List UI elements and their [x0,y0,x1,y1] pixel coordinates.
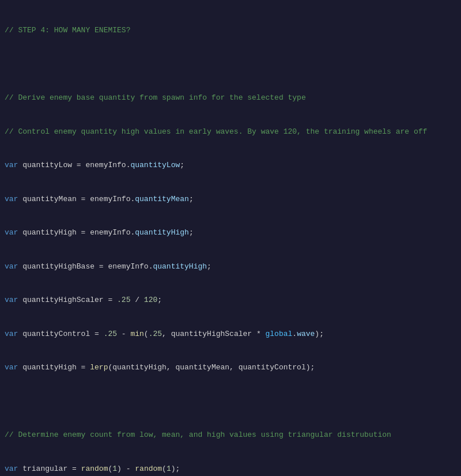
line-6: var quantityMean = enemyInfo.quantityMea… [0,194,461,205]
line-7: var quantityHigh = enemyInfo.quantityHig… [0,227,461,239]
line-13: // Determine enemy count from low, mean,… [0,429,461,441]
line-3: // Derive enemy base quantity from spawn… [0,92,461,104]
line-4: // Control enemy quantity high values in… [0,126,461,138]
line-14: var triangular = random(1) - random(1); [0,463,461,475]
line-5: var quantityLow = enemyInfo.quantityLow; [0,160,461,171]
code-editor: // STEP 4: HOW MANY ENEMIES? // Derive e… [0,0,461,476]
line-10: var quantityControl = .25 - min(.25, qua… [0,328,461,340]
line-11: var quantityHigh = lerp(quantityHigh, qu… [0,362,461,373]
line-1: // STEP 4: HOW MANY ENEMIES? [0,25,461,36]
line-blank-2 [0,396,461,407]
line-8: var quantityHighBase = enemyInfo.quantit… [0,261,461,273]
line-9: var quantityHighScaler = .25 / 120; [0,294,461,306]
line-blank-1 [0,59,461,70]
